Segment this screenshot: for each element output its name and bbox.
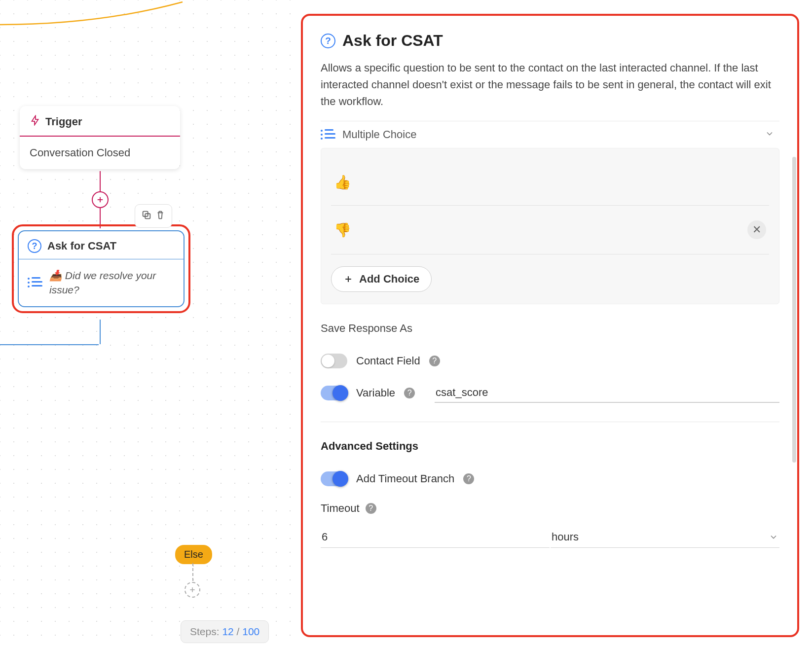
timeout-value-input[interactable] [321, 527, 550, 548]
advanced-settings-label: Advanced Settings [321, 440, 779, 453]
question-type-select[interactable]: Multiple Choice [321, 121, 779, 148]
question-icon: ? [28, 239, 41, 253]
remove-choice-button[interactable]: ✕ [747, 220, 766, 239]
choice-emoji: 👍 [334, 174, 351, 190]
else-curve [0, 0, 187, 35]
connector-line-2 [100, 320, 101, 344]
steps-total: 100 [242, 626, 259, 637]
else-add-button[interactable] [185, 582, 200, 598]
else-badge[interactable]: Else [175, 545, 212, 564]
add-choice-label: Add Choice [359, 273, 419, 286]
node-toolbar [135, 204, 172, 228]
help-icon[interactable]: ? [366, 503, 376, 514]
bolt-icon [30, 115, 40, 129]
question-icon: ? [321, 34, 335, 48]
copy-icon[interactable] [141, 210, 152, 222]
choice-row[interactable]: 👍 [331, 159, 769, 206]
steps-label: Steps: [190, 626, 220, 637]
steps-sep: / [237, 626, 243, 637]
steps-current: 12 [222, 626, 233, 637]
add-choice-button[interactable]: Add Choice [331, 266, 432, 292]
list-icon [321, 129, 335, 140]
chevron-down-icon [765, 129, 775, 141]
chevron-down-icon [769, 532, 778, 542]
choice-row[interactable]: 👎 ✕ [331, 206, 769, 254]
timeout-unit-label: hours [552, 531, 579, 543]
branch-line [0, 344, 99, 345]
steps-counter: Steps: 12 / 100 [181, 620, 269, 643]
panel-description: Allows a specific question to be sent to… [321, 60, 779, 110]
variable-label: Variable [356, 387, 395, 399]
timeout-label: Timeout [321, 502, 360, 515]
divider [321, 422, 779, 422]
choice-emoji: 👎 [334, 222, 351, 238]
trigger-body: Conversation Closed [20, 137, 180, 169]
list-icon [28, 277, 42, 288]
timeout-unit-select[interactable]: hours [551, 527, 779, 548]
choices-container: 👍 👎 ✕ Add Choice [321, 148, 779, 304]
workflow-canvas[interactable]: Trigger Conversation Closed ? Ask for CS… [0, 0, 294, 646]
contact-field-label: Contact Field [356, 355, 420, 367]
trash-icon[interactable] [155, 210, 166, 222]
config-panel: ? Ask for CSAT Allows a specific questio… [303, 16, 797, 635]
ask-node-selected-highlight: ? Ask for CSAT 📥 Did we resolve your iss… [12, 224, 190, 313]
scrollbar[interactable] [792, 157, 796, 463]
ask-node[interactable]: ? Ask for CSAT 📥 Did we resolve your iss… [18, 230, 185, 307]
variable-toggle[interactable] [321, 386, 347, 400]
variable-name-input[interactable] [435, 383, 779, 403]
add-step-button[interactable] [92, 191, 109, 208]
else-connector [192, 563, 193, 581]
ask-node-title: Ask for CSAT [47, 240, 116, 252]
save-response-label: Save Response As [321, 322, 779, 335]
trigger-title: Trigger [45, 115, 82, 128]
help-icon[interactable]: ? [463, 473, 474, 484]
panel-title: Ask for CSAT [342, 32, 443, 50]
trigger-node[interactable]: Trigger Conversation Closed [20, 106, 180, 169]
ask-node-body: 📥 Did we resolve your issue? [49, 268, 175, 297]
question-type-label: Multiple Choice [342, 128, 416, 141]
timeout-branch-label: Add Timeout Branch [356, 472, 454, 485]
config-panel-highlight: ? Ask for CSAT Allows a specific questio… [301, 14, 799, 637]
help-icon[interactable]: ? [429, 356, 440, 366]
help-icon[interactable]: ? [404, 388, 415, 398]
timeout-branch-toggle[interactable] [321, 471, 347, 486]
contact-field-toggle[interactable] [321, 354, 347, 368]
